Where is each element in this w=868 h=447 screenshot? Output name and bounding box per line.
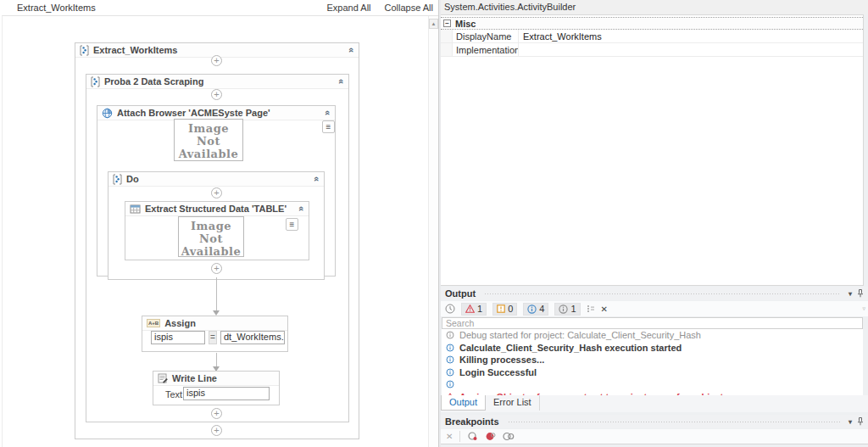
- add-activity-button[interactable]: [211, 89, 222, 100]
- warning-square-icon: [497, 305, 505, 313]
- table-icon: [130, 204, 141, 214]
- assign-to-field[interactable]: ispis: [151, 331, 205, 344]
- activity-header[interactable]: Extract Structured Data 'TABLE': [125, 202, 309, 216]
- output-message: Killing processes...: [442, 354, 863, 366]
- writeline-text-label: Text: [165, 389, 182, 400]
- trace-filter-button[interactable]: 1: [554, 303, 580, 316]
- output-panel-title: Output: [445, 288, 476, 299]
- output-message-list: Debug started for project: Calculate_Cli…: [442, 329, 863, 395]
- collapse-chevron-icon[interactable]: [324, 110, 332, 115]
- toolbar-overflow-icon[interactable]: ▿: [862, 305, 865, 312]
- browser-globe-icon: [102, 108, 113, 119]
- pin-icon[interactable]: [857, 417, 864, 426]
- activity-title: Proba 2 Data Scraping: [104, 76, 203, 87]
- expand-all-button[interactable]: Expand All: [327, 3, 371, 13]
- collapse-all-button[interactable]: Collapse All: [385, 3, 433, 13]
- breadcrumb[interactable]: Extract_WorkItems: [17, 3, 96, 13]
- writeline-text-field[interactable]: ispis: [183, 387, 270, 400]
- errors-filter-button[interactable]: 1: [461, 303, 487, 316]
- output-search-input[interactable]: [442, 317, 863, 329]
- activity-title: Extract Structured Data 'TABLE': [145, 204, 287, 214]
- canvas-vertical-scrollbar[interactable]: [428, 16, 438, 447]
- collapse-expander-icon[interactable]: [443, 20, 451, 27]
- output-message-text: Killing processes...: [459, 355, 544, 365]
- info-filter-button[interactable]: 4: [523, 303, 548, 316]
- flow-arrow: [216, 353, 217, 366]
- assign-value-field[interactable]: dt_WorkItems.ToSt: [220, 331, 285, 344]
- activity-options-menu-icon[interactable]: [322, 120, 335, 133]
- placeholder-line: Image: [175, 122, 242, 135]
- right-panel: System.Activities.ActivityBuilder Misc D…: [441, 0, 868, 447]
- scrollbar-up-arrow[interactable]: ▲: [429, 19, 438, 29]
- output-toolbar: 1 0 4 1 ✕ ▿: [441, 301, 868, 316]
- enable-breakpoint-icon[interactable]: [485, 432, 496, 441]
- selector-thumbnail[interactable]: Image Not Available: [174, 119, 243, 161]
- toggle-breakpoint-icon[interactable]: [467, 432, 478, 441]
- info-circle-icon: [527, 305, 537, 314]
- pin-icon[interactable]: [857, 289, 864, 298]
- breakpoints-panel-header[interactable]: Breakpoints ▾: [441, 415, 868, 428]
- property-row: ImplementationVer...: [441, 43, 863, 57]
- properties-category-row[interactable]: Misc: [441, 17, 863, 30]
- activity-title: Extract_WorkItems: [93, 45, 177, 55]
- trace-circle-icon: [559, 305, 568, 314]
- bottom-tabs: Output Error List: [441, 395, 868, 412]
- add-activity-button[interactable]: [211, 55, 222, 66]
- breakpoints-panel-title: Breakpoints: [445, 416, 499, 427]
- output-panel-header[interactable]: Output ▾: [441, 287, 868, 300]
- output-message: Calculate_Client_Security_Hash execution…: [442, 342, 863, 355]
- assign-icon: A+B: [147, 319, 160, 327]
- collapse-chevron-icon[interactable]: [337, 79, 346, 84]
- collapse-chevron-icon[interactable]: [348, 47, 356, 53]
- category-label: Misc: [455, 19, 476, 29]
- panel-grip: [508, 420, 840, 424]
- clear-output-button[interactable]: ✕: [601, 305, 608, 314]
- placeholder-line: Available: [175, 148, 242, 160]
- error-count: 1: [477, 304, 482, 314]
- collapse-chevron-icon[interactable]: [298, 206, 306, 211]
- property-value-field[interactable]: Extract_WorkItems: [519, 30, 863, 42]
- panel-menu-caret-icon[interactable]: ▾: [849, 418, 852, 426]
- property-value-field[interactable]: [519, 43, 863, 56]
- timestamps-clock-icon[interactable]: [445, 304, 455, 314]
- toolbar-separator: [459, 431, 460, 442]
- document-bar: Extract_WorkItems Expand All Collapse Al…: [0, 0, 438, 15]
- add-activity-button[interactable]: [211, 263, 222, 274]
- collapse-chevron-icon[interactable]: [313, 176, 321, 182]
- output-message-text: Login Successful: [459, 367, 537, 377]
- condition-breakpoint-icon[interactable]: [503, 432, 515, 441]
- activity-header[interactable]: A+B Assign: [142, 316, 287, 331]
- add-activity-button[interactable]: [211, 408, 222, 419]
- activity-header[interactable]: Write Line: [153, 372, 279, 386]
- activity-title: Write Line: [172, 373, 217, 383]
- add-activity-button[interactable]: [211, 425, 222, 436]
- output-message: Debug started for project: Calculate_Cli…: [442, 329, 863, 342]
- activity-header[interactable]: Proba 2 Data Scraping: [86, 75, 348, 89]
- warnings-filter-button[interactable]: 0: [492, 303, 517, 316]
- selector-thumbnail[interactable]: Image Not Available: [178, 216, 244, 257]
- uipath-designer-window: Extract_WorkItems Expand All Collapse Al…: [0, 0, 868, 447]
- property-label: ImplementationVer...: [453, 43, 519, 56]
- warning-count: 0: [508, 304, 513, 314]
- property-label: DisplayName: [453, 30, 519, 42]
- tab-error-list[interactable]: Error List: [486, 395, 540, 411]
- add-activity-button[interactable]: [211, 187, 222, 198]
- delete-breakpoint-button[interactable]: ✕: [446, 432, 453, 441]
- placeholder-line: Image: [179, 220, 243, 232]
- flow-arrow: [216, 277, 217, 310]
- output-message-text: Debug started for project: Calculate_Cli…: [459, 330, 701, 340]
- panel-menu-caret-icon[interactable]: ▾: [849, 290, 852, 298]
- info-message-icon: [446, 355, 454, 364]
- trace-count: 1: [570, 304, 576, 314]
- activity-title: Assign: [164, 318, 196, 328]
- activity-header[interactable]: Do: [108, 172, 324, 187]
- tab-output[interactable]: Output: [441, 395, 486, 411]
- property-row: DisplayName Extract_WorkItems: [441, 30, 863, 43]
- breakpoints-toolbar: ✕: [441, 429, 868, 444]
- debug-message-icon: [446, 331, 454, 339]
- activity-options-menu-icon[interactable]: [286, 218, 298, 231]
- placeholder-line: Not: [179, 232, 243, 245]
- info-message-icon: [446, 344, 454, 352]
- columns-icon[interactable]: [587, 305, 595, 313]
- info-message-icon: [446, 380, 454, 388]
